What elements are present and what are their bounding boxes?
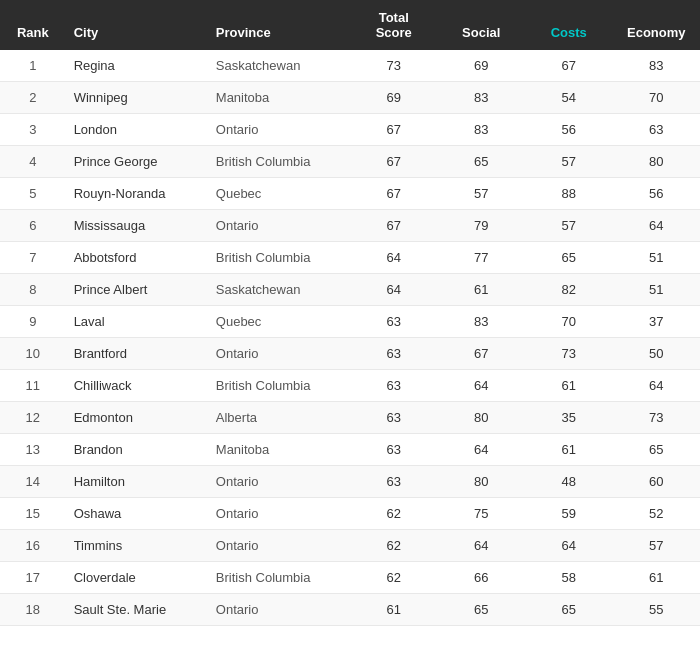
- city-header: City: [66, 0, 208, 50]
- costs-cell: 73: [525, 338, 613, 370]
- province-cell: British Columbia: [208, 146, 350, 178]
- costs-cell: 59: [525, 498, 613, 530]
- province-cell: British Columbia: [208, 562, 350, 594]
- total-score-cell: 61: [350, 594, 438, 626]
- social-cell: 80: [438, 402, 526, 434]
- rank-cell: 12: [0, 402, 66, 434]
- costs-cell: 54: [525, 82, 613, 114]
- province-cell: Manitoba: [208, 82, 350, 114]
- total-score-cell: 69: [350, 82, 438, 114]
- province-cell: Ontario: [208, 498, 350, 530]
- rank-cell: 10: [0, 338, 66, 370]
- province-cell: Ontario: [208, 594, 350, 626]
- economy-cell: 57: [613, 530, 701, 562]
- social-cell: 66: [438, 562, 526, 594]
- social-cell: 61: [438, 274, 526, 306]
- total-score-cell: 67: [350, 178, 438, 210]
- province-header: Province: [208, 0, 350, 50]
- table-row: 9 Laval Quebec 63 83 70 37: [0, 306, 700, 338]
- rankings-table: Rank City Province Total Score Social Co…: [0, 0, 700, 626]
- social-cell: 83: [438, 114, 526, 146]
- economy-cell: 51: [613, 242, 701, 274]
- city-cell: Edmonton: [66, 402, 208, 434]
- province-cell: Ontario: [208, 210, 350, 242]
- city-cell: Brandon: [66, 434, 208, 466]
- city-cell: Prince Albert: [66, 274, 208, 306]
- costs-cell: 70: [525, 306, 613, 338]
- total-score-cell: 67: [350, 146, 438, 178]
- city-cell: Chilliwack: [66, 370, 208, 402]
- social-cell: 83: [438, 82, 526, 114]
- economy-cell: 37: [613, 306, 701, 338]
- table-body: 1 Regina Saskatchewan 73 69 67 83 2 Winn…: [0, 50, 700, 626]
- social-cell: 83: [438, 306, 526, 338]
- costs-cell: 58: [525, 562, 613, 594]
- city-cell: London: [66, 114, 208, 146]
- economy-header: Economy: [613, 0, 701, 50]
- city-cell: Cloverdale: [66, 562, 208, 594]
- table-header-row: Rank City Province Total Score Social Co…: [0, 0, 700, 50]
- total-score-cell: 67: [350, 210, 438, 242]
- economy-cell: 51: [613, 274, 701, 306]
- city-cell: Laval: [66, 306, 208, 338]
- costs-cell: 64: [525, 530, 613, 562]
- total-score-cell: 63: [350, 338, 438, 370]
- city-cell: Timmins: [66, 530, 208, 562]
- province-cell: Quebec: [208, 306, 350, 338]
- rank-cell: 6: [0, 210, 66, 242]
- total-score-cell: 63: [350, 306, 438, 338]
- province-cell: Alberta: [208, 402, 350, 434]
- rank-cell: 7: [0, 242, 66, 274]
- costs-cell: 56: [525, 114, 613, 146]
- total-score-cell: 62: [350, 530, 438, 562]
- social-cell: 75: [438, 498, 526, 530]
- province-cell: Ontario: [208, 114, 350, 146]
- economy-cell: 64: [613, 210, 701, 242]
- province-cell: Saskatchewan: [208, 50, 350, 82]
- total-score-cell: 63: [350, 434, 438, 466]
- costs-cell: 88: [525, 178, 613, 210]
- table-row: 14 Hamilton Ontario 63 80 48 60: [0, 466, 700, 498]
- social-cell: 57: [438, 178, 526, 210]
- province-cell: Quebec: [208, 178, 350, 210]
- main-table-container: Rank City Province Total Score Social Co…: [0, 0, 700, 626]
- costs-cell: 57: [525, 146, 613, 178]
- economy-cell: 63: [613, 114, 701, 146]
- costs-cell: 57: [525, 210, 613, 242]
- costs-cell: 35: [525, 402, 613, 434]
- total-score-cell: 73: [350, 50, 438, 82]
- table-row: 7 Abbotsford British Columbia 64 77 65 5…: [0, 242, 700, 274]
- social-cell: 67: [438, 338, 526, 370]
- costs-cell: 48: [525, 466, 613, 498]
- economy-cell: 70: [613, 82, 701, 114]
- rank-cell: 2: [0, 82, 66, 114]
- total-score-cell: 62: [350, 498, 438, 530]
- rank-cell: 13: [0, 434, 66, 466]
- city-cell: Abbotsford: [66, 242, 208, 274]
- total-score-cell: 63: [350, 370, 438, 402]
- province-cell: Ontario: [208, 466, 350, 498]
- province-cell: British Columbia: [208, 370, 350, 402]
- city-cell: Winnipeg: [66, 82, 208, 114]
- city-cell: Rouyn-Noranda: [66, 178, 208, 210]
- economy-cell: 55: [613, 594, 701, 626]
- rank-cell: 16: [0, 530, 66, 562]
- table-row: 18 Sault Ste. Marie Ontario 61 65 65 55: [0, 594, 700, 626]
- total-score-cell: 63: [350, 466, 438, 498]
- economy-cell: 60: [613, 466, 701, 498]
- costs-cell: 65: [525, 594, 613, 626]
- costs-header: Costs: [525, 0, 613, 50]
- city-cell: Prince George: [66, 146, 208, 178]
- social-cell: 79: [438, 210, 526, 242]
- table-row: 2 Winnipeg Manitoba 69 83 54 70: [0, 82, 700, 114]
- total-score-label-line1: Total: [379, 10, 409, 25]
- economy-cell: 56: [613, 178, 701, 210]
- rank-cell: 9: [0, 306, 66, 338]
- social-cell: 65: [438, 594, 526, 626]
- economy-cell: 61: [613, 562, 701, 594]
- total-score-cell: 64: [350, 242, 438, 274]
- total-score-cell: 63: [350, 402, 438, 434]
- rank-cell: 14: [0, 466, 66, 498]
- table-row: 13 Brandon Manitoba 63 64 61 65: [0, 434, 700, 466]
- city-cell: Regina: [66, 50, 208, 82]
